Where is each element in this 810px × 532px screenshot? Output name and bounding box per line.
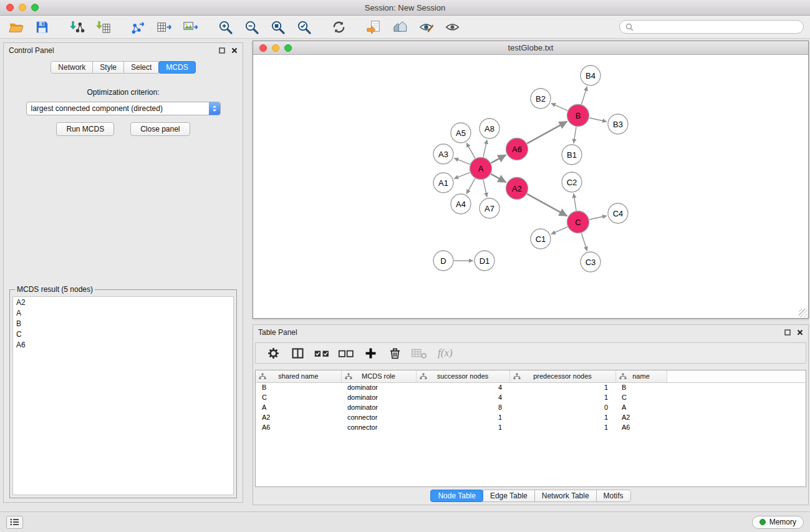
- cell-shared-name[interactable]: C: [256, 392, 341, 402]
- delete-row-icon[interactable]: [385, 344, 404, 362]
- graph-edge-B-B4[interactable]: [582, 87, 587, 105]
- export-image-icon[interactable]: [181, 17, 200, 36]
- cell-predecessor-nodes[interactable]: 1: [509, 382, 615, 392]
- cell-mcds-role[interactable]: dominator: [341, 402, 416, 412]
- graph-edge-A-A5[interactable]: [466, 143, 475, 158]
- cell-predecessor-nodes[interactable]: 0: [509, 402, 615, 412]
- tab-network-table[interactable]: Network Table: [534, 490, 597, 502]
- export-network-icon[interactable]: [128, 17, 147, 36]
- mcds-result-item[interactable]: C: [13, 329, 233, 340]
- column-header-successor-nodes[interactable]: successor nodes: [416, 370, 509, 382]
- graph-node-C4[interactable]: C4: [608, 203, 628, 223]
- column-header-mcds-role[interactable]: MCDS role: [341, 370, 416, 382]
- graph-edge-B-B2[interactable]: [551, 104, 567, 111]
- network-graph[interactable]: B4B2BB3A5A8A6A3B1AA1C2A2A4A7C4CC1DD1C3: [253, 55, 808, 318]
- table-panel-close-icon[interactable]: [797, 329, 803, 336]
- add-row-icon[interactable]: [361, 344, 380, 362]
- save-session-icon[interactable]: [32, 17, 51, 36]
- delete-table-icon[interactable]: [410, 344, 428, 362]
- close-window-button[interactable]: [6, 4, 14, 11]
- cell-mcds-role[interactable]: connector: [341, 412, 416, 422]
- refresh-icon[interactable]: [329, 17, 348, 36]
- graph-node-C1[interactable]: C1: [531, 229, 551, 249]
- graph-node-C2[interactable]: C2: [562, 172, 582, 192]
- graph-edge-C-C4[interactable]: [589, 216, 607, 220]
- graph-node-D[interactable]: D: [433, 251, 453, 271]
- graph-edge-A-A8[interactable]: [483, 140, 487, 157]
- cell-predecessor-nodes[interactable]: 1: [509, 412, 615, 422]
- close-panel-button[interactable]: Close panel: [130, 122, 190, 136]
- mcds-result-list[interactable]: A2ABCA6: [12, 296, 234, 495]
- table-row[interactable]: A2connector11A2: [256, 412, 806, 422]
- graph-node-A6[interactable]: A6: [506, 138, 528, 160]
- cell-successor-nodes[interactable]: 4: [416, 392, 509, 402]
- tab-select[interactable]: Select: [123, 61, 159, 74]
- mcds-result-item[interactable]: A6: [13, 340, 233, 351]
- show-graphics-details-icon[interactable]: [443, 17, 461, 36]
- graph-edge-B-B3[interactable]: [589, 118, 607, 122]
- run-mcds-button[interactable]: Run MCDS: [56, 122, 114, 136]
- graph-node-A2[interactable]: A2: [506, 178, 528, 200]
- column-header-name[interactable]: name: [615, 370, 667, 382]
- table-panel-float-icon[interactable]: [784, 329, 791, 336]
- graph-node-A8[interactable]: A8: [480, 118, 499, 138]
- mcds-result-item[interactable]: A2: [13, 297, 233, 308]
- graph-node-A7[interactable]: A7: [480, 198, 499, 218]
- zoom-window-button[interactable]: [31, 4, 39, 11]
- cell-name[interactable]: A2: [615, 412, 667, 422]
- cell-predecessor-nodes[interactable]: 1: [509, 422, 615, 432]
- control-panel-float-icon[interactable]: [219, 47, 225, 54]
- graph-node-C[interactable]: C: [567, 211, 589, 233]
- cell-predecessor-nodes[interactable]: 1: [509, 392, 615, 402]
- network-minimize-button[interactable]: [272, 44, 279, 52]
- table-row[interactable]: Cdominator41C: [256, 392, 806, 402]
- graph-node-A[interactable]: A: [470, 158, 492, 180]
- tab-mcds[interactable]: MCDS: [158, 61, 195, 74]
- graph-edge-C-C3[interactable]: [582, 233, 587, 251]
- cell-mcds-role[interactable]: dominator: [341, 392, 416, 402]
- export-table-icon[interactable]: [155, 17, 173, 36]
- function-builder-icon[interactable]: f(x): [434, 347, 456, 359]
- open-session-icon[interactable]: [6, 17, 25, 36]
- graph-edge-A-A6[interactable]: [491, 155, 506, 163]
- deselect-all-rows-icon[interactable]: [337, 344, 355, 362]
- tab-style[interactable]: Style: [92, 61, 124, 74]
- cell-name[interactable]: A: [615, 402, 667, 412]
- cell-name[interactable]: A6: [615, 422, 667, 432]
- cell-mcds-role[interactable]: connector: [341, 422, 416, 432]
- graph-node-A1[interactable]: A1: [433, 173, 453, 193]
- graph-node-B1[interactable]: B1: [562, 145, 582, 165]
- import-network-icon[interactable]: [67, 17, 86, 36]
- graph-node-B3[interactable]: B3: [608, 114, 628, 134]
- cell-mcds-role[interactable]: dominator: [341, 382, 416, 392]
- column-header-shared-name[interactable]: shared name: [256, 370, 341, 382]
- tab-motifs[interactable]: Motifs: [596, 490, 631, 502]
- resize-grip-icon[interactable]: [799, 309, 808, 317]
- graph-edge-A-A3[interactable]: [454, 158, 470, 165]
- cell-successor-nodes[interactable]: 1: [416, 422, 509, 432]
- zoom-out-icon[interactable]: [242, 17, 261, 36]
- network-close-button[interactable]: [259, 44, 267, 52]
- network-zoom-button[interactable]: [284, 44, 292, 52]
- table-row[interactable]: A6connector11A6: [256, 422, 806, 432]
- mcds-result-item[interactable]: B: [13, 319, 233, 329]
- graph-node-D1[interactable]: D1: [475, 251, 494, 271]
- cell-shared-name[interactable]: A: [256, 402, 341, 412]
- graph-edge-A-A1[interactable]: [454, 173, 470, 179]
- minimize-window-button[interactable]: [19, 4, 26, 11]
- graph-edge-C-C1[interactable]: [551, 227, 567, 235]
- graph-node-B4[interactable]: B4: [581, 65, 600, 85]
- cell-shared-name[interactable]: B: [256, 382, 341, 392]
- graph-node-A5[interactable]: A5: [451, 123, 471, 143]
- search-input[interactable]: [637, 22, 798, 31]
- graph-edge-C-C2[interactable]: [574, 193, 576, 210]
- cell-successor-nodes[interactable]: 1: [416, 412, 509, 422]
- cell-successor-nodes[interactable]: 8: [416, 402, 509, 412]
- zoom-in-icon[interactable]: [216, 17, 234, 36]
- toggle-columns-icon[interactable]: [288, 344, 307, 362]
- zoom-selected-icon[interactable]: [294, 17, 313, 36]
- graph-edge-B-B1[interactable]: [574, 127, 576, 143]
- graph-edge-A-A4[interactable]: [466, 178, 475, 194]
- graph-edge-A-A7[interactable]: [483, 180, 487, 197]
- memory-button[interactable]: Memory: [752, 516, 804, 529]
